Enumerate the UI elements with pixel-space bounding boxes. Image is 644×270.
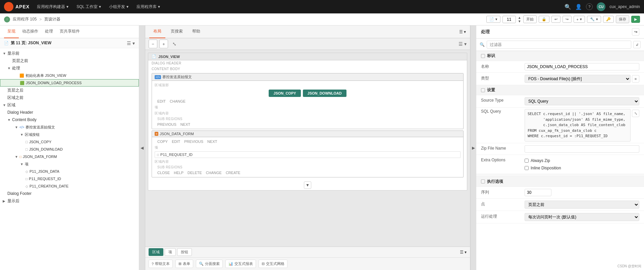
file-new-button[interactable]: 📄 ▾ bbox=[486, 16, 500, 23]
save-button[interactable]: 保存 bbox=[616, 15, 629, 23]
canvas-create-action[interactable]: CREATE bbox=[226, 171, 240, 175]
bottom-tab-region[interactable]: 区域 bbox=[149, 248, 163, 256]
user-avatar[interactable]: CU bbox=[597, 2, 605, 11]
tree-node-json-data-form[interactable]: ▼ □ JSON_DATA_FORM bbox=[0, 153, 139, 160]
nav-item-sql-workshop[interactable]: SQL 工作室 ▾ bbox=[73, 3, 104, 11]
left-collapse-button[interactable]: ◀ bbox=[139, 25, 145, 270]
redo-button[interactable]: ↪ bbox=[562, 16, 572, 23]
canvas-change-action[interactable]: CHANGE bbox=[170, 99, 185, 103]
center-toolbar-menu[interactable]: ☰ ▾ bbox=[459, 41, 467, 47]
right-collapse-button[interactable]: ▶ bbox=[470, 25, 476, 270]
tree-node-yecengzhi[interactable]: 页层之后 bbox=[0, 87, 139, 94]
tab-layout[interactable]: 布局 bbox=[149, 25, 165, 38]
canvas-edit-form-action[interactable]: EDIT bbox=[172, 140, 180, 144]
tree-node-xianshihou[interactable]: ▶ 显示后 bbox=[0, 197, 139, 205]
section-execution-header[interactable]: 执行选项 bbox=[476, 177, 644, 187]
bottom-icon-interactive-report[interactable]: 📊 交互式报表 bbox=[225, 260, 256, 268]
search-icon[interactable]: 🔍 bbox=[565, 4, 571, 10]
tree-node-saikong-region[interactable]: ▼ </> 赛控发送原始报文 bbox=[0, 123, 139, 131]
tree-node-quyuqian[interactable]: 区域之前 bbox=[0, 94, 139, 101]
nav-item-app-builder[interactable]: 应用程序构建器 ▾ bbox=[34, 3, 72, 11]
page-number-input[interactable] bbox=[502, 16, 516, 23]
canvas-previous-form-action[interactable]: PREVIOUS bbox=[184, 140, 203, 144]
right-panel-collapse-btn[interactable]: ↪ bbox=[632, 28, 639, 36]
tree-node-json-copy[interactable]: □ JSON_COPY bbox=[0, 138, 139, 146]
center-tab-menu[interactable]: ☰ ▾ bbox=[459, 30, 466, 34]
tree-node-chuli[interactable]: ▼ 处理 bbox=[0, 64, 139, 72]
profile-icon[interactable]: 👤 bbox=[575, 4, 582, 10]
tree-node-p11-json-data[interactable]: ◇ P11_JSON_DATA bbox=[0, 168, 139, 175]
canvas-next-form-action[interactable]: NEXT bbox=[207, 140, 217, 144]
sql-resize-handle[interactable] bbox=[476, 174, 644, 177]
zoom-in-button[interactable]: + bbox=[159, 40, 168, 48]
json-copy-canvas-button[interactable]: JSON_COPY bbox=[269, 90, 301, 97]
canvas-delete-action[interactable]: DELETE bbox=[187, 171, 202, 175]
tree-node-quyu[interactable]: ▼ 区域 bbox=[0, 101, 139, 109]
zip-file-name-input[interactable] bbox=[525, 145, 639, 153]
point-select[interactable]: 页层之前 bbox=[525, 201, 639, 209]
sql-query-textarea[interactable]: SELECT c.request_id || '.json' AS file_n… bbox=[525, 109, 631, 142]
tree-node-yecengqian[interactable]: 页层之前 bbox=[0, 57, 139, 64]
bottom-icon-table[interactable]: ⊞ 表单 bbox=[175, 260, 193, 268]
tab-shared-component[interactable]: 页共享组件 bbox=[56, 25, 83, 38]
wrench-button[interactable]: 🔧 ▾ bbox=[587, 16, 601, 23]
zoom-out-button[interactable]: − bbox=[149, 40, 157, 48]
right-search-input[interactable] bbox=[487, 41, 631, 49]
breadcrumb-home-icon[interactable]: ↑ bbox=[4, 16, 10, 22]
json-download-canvas-button[interactable]: JSON_DOWNLOAD bbox=[303, 90, 346, 97]
key-button[interactable]: 🔑 bbox=[603, 16, 614, 23]
tab-view[interactable]: 呈现 bbox=[4, 25, 19, 38]
lock-button[interactable]: 🔒 bbox=[539, 16, 549, 23]
nav-item-team-dev[interactable]: 小组开发 ▾ bbox=[106, 3, 132, 11]
type-select[interactable]: FOS - Download File(s) [插件] bbox=[525, 75, 631, 83]
help-icon[interactable]: ? bbox=[586, 3, 593, 10]
canvas-next-action[interactable]: NEXT bbox=[180, 122, 190, 126]
tree-node-json-down-load-process[interactable]: 🟩 JSON_DOWN_LOAD_PROCESS bbox=[0, 79, 139, 87]
right-search-options-btn[interactable]: ↲ bbox=[633, 41, 641, 48]
tree-node-json-download[interactable]: □ JSON_DOWNLOAD bbox=[0, 146, 139, 153]
tab-help[interactable]: 帮助 bbox=[188, 25, 204, 38]
page-up-icon[interactable]: ▲▼ bbox=[518, 16, 521, 23]
sql-expand-btn[interactable]: ⤡ bbox=[632, 110, 639, 117]
nav-item-app-gallery[interactable]: 应用程序库 ▾ bbox=[133, 3, 163, 11]
bottom-icon-help-text[interactable]: ? 帮助文本 bbox=[149, 260, 173, 268]
canvas-previous-action[interactable]: PREVIOUS bbox=[157, 122, 176, 126]
canvas-p11-request-id-chip[interactable]: □ P11_REQUEST_ID bbox=[155, 151, 461, 158]
canvas-close-action[interactable]: CLOSE bbox=[157, 171, 170, 175]
tree-node-xiang[interactable]: ▼ 项 bbox=[0, 160, 139, 168]
add-button[interactable]: + ▾ bbox=[574, 16, 585, 23]
bottom-tab-button[interactable]: 按钮 bbox=[177, 248, 192, 256]
source-type-select[interactable]: SQL Query bbox=[525, 97, 639, 105]
tree-node-p11-request-id[interactable]: □ P11_REQUEST_ID bbox=[0, 175, 139, 182]
canvas-help-action[interactable]: HELP bbox=[174, 171, 183, 175]
canvas-edit-action[interactable]: EDIT bbox=[157, 99, 166, 103]
run-process-select[interactable]: 每次访问页时一次 (默认值) bbox=[525, 213, 639, 221]
tree-node-p11-creation-date[interactable]: ◇ P11_CREATION_DATE bbox=[0, 182, 139, 190]
sequence-input[interactable] bbox=[525, 189, 551, 196]
canvas-copy-action[interactable]: COPY bbox=[157, 140, 168, 144]
app-logo[interactable]: APEX bbox=[4, 2, 30, 11]
tree-node-dialog-header[interactable]: Dialog Header bbox=[0, 109, 139, 116]
section-settings-header[interactable]: 设置 bbox=[476, 85, 644, 95]
tree-node-dialog-footer[interactable]: Dialog Footer bbox=[0, 190, 139, 197]
start-button[interactable]: 开始 bbox=[523, 15, 537, 23]
tab-process[interactable]: 处理 bbox=[42, 25, 56, 38]
bottom-icon-interactive-grid[interactable]: ⊟ 交互式网格 bbox=[259, 260, 287, 268]
down-arrow-button[interactable]: ▼ bbox=[304, 181, 311, 189]
bottom-icon-faceted-search[interactable]: 🔍 分面搜索 bbox=[196, 260, 223, 268]
tree-node-xianshiqian[interactable]: ▼ 显示前 bbox=[0, 50, 139, 57]
name-input[interactable] bbox=[525, 63, 639, 70]
tab-page-search[interactable]: 页搜索 bbox=[167, 25, 187, 38]
bottom-tab-menu[interactable]: ☰ ▾ bbox=[460, 250, 467, 255]
section-identity-header[interactable]: 标识 bbox=[476, 51, 644, 61]
breadcrumb-app[interactable]: 应用程序 105 bbox=[13, 16, 37, 22]
tree-node-quyu-anniu[interactable]: ▼ 区域按钮 bbox=[0, 131, 139, 138]
run-button[interactable]: ▶ bbox=[631, 16, 640, 23]
undo-button[interactable]: ↩ bbox=[551, 16, 560, 23]
tree-node-content-body[interactable]: ▼ Content Body bbox=[0, 116, 139, 123]
tab-dynamic-action[interactable]: 动态操作 bbox=[19, 25, 42, 38]
tree-node-init-process[interactable]: 🟧 初始化表单 JSON_VIEW bbox=[0, 72, 139, 79]
inline-disposition-checkbox[interactable] bbox=[525, 166, 529, 170]
type-action-btn[interactable]: ≡ bbox=[632, 75, 639, 83]
expand-button[interactable]: ⤡ bbox=[170, 40, 179, 48]
